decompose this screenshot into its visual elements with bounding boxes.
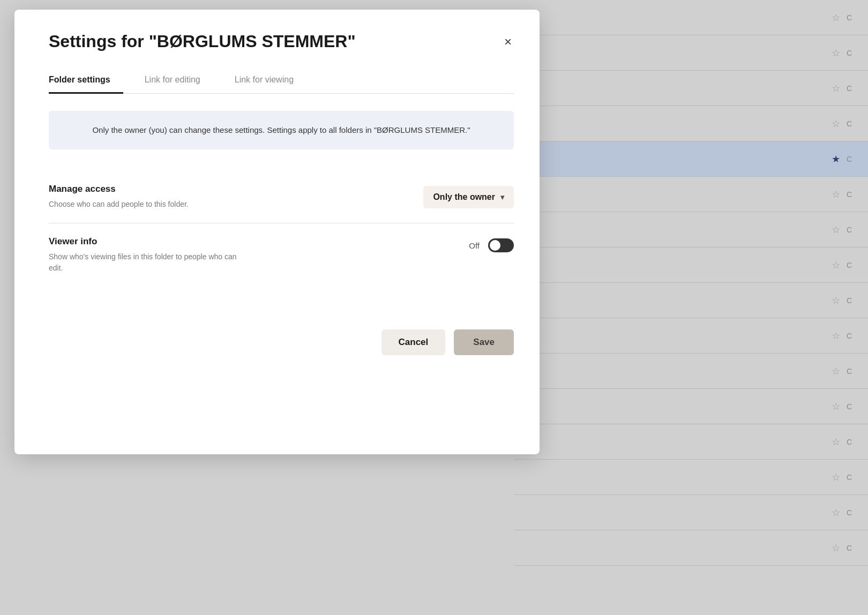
manage-access-description: Choose who can add people to this folder… — [49, 199, 252, 210]
star-icon: ☆ — [832, 189, 840, 200]
bg-row-text: C — [847, 84, 857, 93]
chevron-down-icon: ▾ — [500, 193, 504, 201]
star-icon: ☆ — [832, 224, 840, 236]
bg-list-row: ☆ C — [514, 389, 868, 424]
info-box-text: Only the owner (you) can change these se… — [92, 125, 470, 134]
bg-row-text: C — [847, 402, 857, 411]
viewer-info-toggle[interactable] — [488, 238, 514, 252]
viewer-info-info: Viewer info Show who's viewing files in … — [49, 236, 469, 274]
cancel-button[interactable]: Cancel — [381, 329, 446, 355]
bg-list-row: ☆ C — [514, 71, 868, 106]
tab-link-editing[interactable]: Link for editing — [145, 69, 213, 94]
manage-access-section: Manage access Choose who can add people … — [49, 171, 514, 223]
star-icon: ☆ — [832, 259, 840, 271]
bg-list-row: ☆ C — [514, 354, 868, 389]
toggle-thumb — [490, 240, 500, 251]
bg-list-row: ☆ C — [514, 460, 868, 495]
modal-header: Settings for "BØRGLUMS STEMMER" × — [49, 31, 514, 51]
background-list: ☆ C ☆ C ☆ C ☆ C ★ C ☆ C ☆ C ☆ C ☆ C ☆ C … — [514, 0, 868, 615]
viewer-info-section: Viewer info Show who's viewing files in … — [49, 223, 514, 287]
star-icon: ☆ — [832, 401, 840, 412]
star-icon: ☆ — [832, 542, 840, 554]
bg-list-row: ☆ C — [514, 318, 868, 354]
bg-row-text: C — [847, 13, 857, 22]
bg-row-text: C — [847, 332, 857, 340]
toggle-track[interactable] — [488, 238, 514, 252]
bg-list-row: ☆ C — [514, 106, 868, 141]
star-icon: ☆ — [832, 47, 840, 59]
tab-folder-settings[interactable]: Folder settings — [49, 69, 123, 94]
manage-access-dropdown[interactable]: Only the owner ▾ — [423, 186, 514, 208]
viewer-info-control: Off — [469, 236, 514, 252]
bg-row-text: C — [847, 544, 857, 552]
tab-bar: Folder settings Link for editing Link fo… — [49, 69, 514, 94]
bg-row-text: C — [847, 226, 857, 234]
info-box: Only the owner (you) can change these se… — [49, 111, 514, 149]
star-icon: ☆ — [832, 330, 840, 342]
bg-row-text: C — [847, 49, 857, 57]
bg-row-text: C — [847, 367, 857, 376]
star-icon: ☆ — [832, 295, 840, 306]
bg-row-text: C — [847, 190, 857, 199]
bg-row-text: C — [847, 473, 857, 482]
manage-access-info: Manage access Choose who can add people … — [49, 184, 423, 210]
close-button[interactable]: × — [502, 33, 514, 50]
star-icon: ☆ — [832, 12, 840, 24]
star-icon: ☆ — [832, 436, 840, 448]
star-icon-filled: ★ — [832, 153, 840, 165]
star-icon: ☆ — [832, 507, 840, 519]
bg-list-row: ☆ C — [514, 177, 868, 212]
settings-modal: Settings for "BØRGLUMS STEMMER" × Folder… — [14, 10, 540, 454]
bg-list-row: ☆ C — [514, 424, 868, 460]
bg-row-text: C — [847, 296, 857, 305]
viewer-info-title: Viewer info — [49, 236, 469, 247]
bg-list-row-active: ★ C — [514, 141, 868, 177]
bg-row-text: C — [847, 261, 857, 269]
toggle-off-label: Off — [469, 241, 480, 250]
bg-list-row: ☆ C — [514, 530, 868, 566]
bg-list-row: ☆ C — [514, 248, 868, 283]
modal-footer: Cancel Save — [49, 319, 514, 355]
modal-title: Settings for "BØRGLUMS STEMMER" — [49, 31, 356, 51]
bg-row-text: C — [847, 155, 857, 163]
manage-access-title: Manage access — [49, 184, 423, 194]
bg-row-text: C — [847, 438, 857, 446]
bg-list-row: ☆ C — [514, 35, 868, 71]
bg-list-row: ☆ C — [514, 0, 868, 35]
star-icon: ☆ — [832, 118, 840, 130]
bg-list-row: ☆ C — [514, 495, 868, 530]
dropdown-value: Only the owner — [433, 192, 495, 202]
bg-row-text: C — [847, 119, 857, 128]
bg-list-row: ☆ C — [514, 283, 868, 318]
tab-link-viewing[interactable]: Link for viewing — [235, 69, 306, 94]
manage-access-control: Only the owner ▾ — [423, 184, 514, 208]
bg-row-text: C — [847, 508, 857, 517]
star-icon: ☆ — [832, 82, 840, 94]
save-button[interactable]: Save — [454, 329, 514, 355]
viewer-info-description: Show who's viewing files in this folder … — [49, 251, 252, 274]
bg-list-row: ☆ C — [514, 212, 868, 248]
star-icon: ☆ — [832, 365, 840, 377]
star-icon: ☆ — [832, 471, 840, 483]
